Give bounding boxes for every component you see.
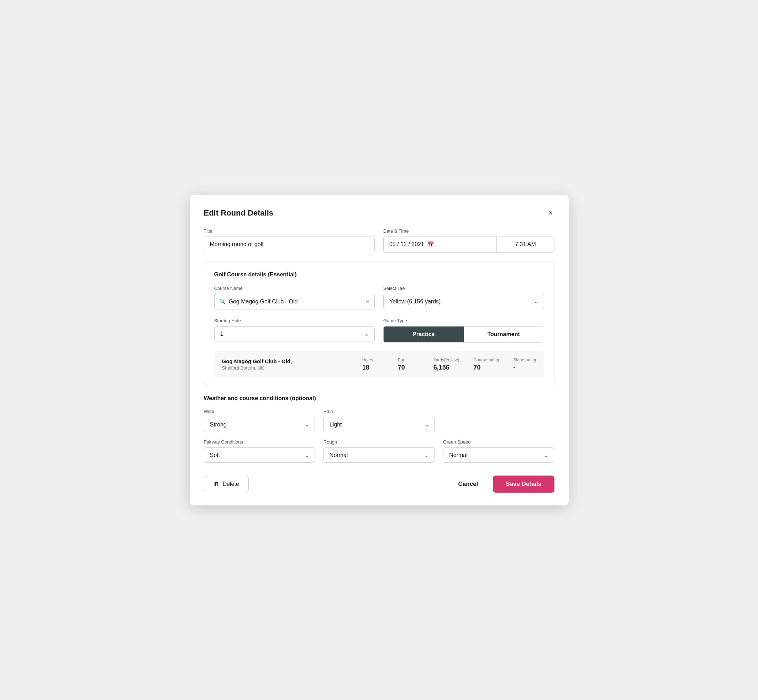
par-label: Par — [398, 358, 405, 362]
title-label: Title — [204, 228, 375, 234]
course-name-group: Course Name 🔍 ✕ — [214, 286, 375, 309]
starting-hole-label: Starting Hole — [214, 318, 375, 323]
delete-button[interactable]: 🗑 Delete — [204, 476, 249, 492]
modal-header: Edit Round Details × — [204, 208, 554, 219]
course-stat-slope-rating: Slope rating - — [513, 358, 536, 371]
course-name-label: Course Name — [214, 286, 375, 291]
holes-label: Holes — [362, 358, 373, 362]
slope-rating-label: Slope rating — [513, 358, 536, 362]
search-icon: 🔍 — [219, 298, 226, 305]
course-info-row: Gog Magog Golf Club - Old, Shelford Bott… — [214, 351, 544, 378]
select-tee-group: Select Tee Yellow (6,156 yards) ⌄ — [383, 286, 544, 309]
footer-right: Cancel Save Details — [452, 475, 554, 493]
time-value: 7:31 AM — [515, 241, 536, 248]
golf-course-section: Golf Course details (Essential) Course N… — [204, 261, 554, 385]
yards-label: Yards(Yellow) — [434, 358, 459, 362]
course-location: Shelford Bottom, UK — [222, 365, 348, 370]
edit-round-modal: Edit Round Details × Title Date & Time 0… — [190, 195, 568, 505]
title-input[interactable] — [204, 236, 375, 252]
wind-group: Wind Calm Light Moderate Strong Very Str… — [204, 409, 315, 432]
green-speed-dropdown[interactable]: Slow Normal Fast — [443, 447, 554, 463]
green-speed-label: Green Speed — [443, 439, 554, 445]
trash-icon: 🗑 — [213, 481, 219, 487]
game-type-toggle: Practice Tournament — [383, 326, 544, 342]
select-tee-dropdown[interactable]: Yellow (6,156 yards) — [383, 294, 544, 309]
close-button[interactable]: × — [547, 208, 554, 219]
yards-value: 6,156 — [434, 364, 449, 371]
modal-title: Edit Round Details — [204, 208, 274, 218]
course-name-search-wrap: 🔍 ✕ — [214, 294, 375, 309]
select-tee-wrap: Yellow (6,156 yards) ⌄ — [383, 294, 544, 309]
rain-select-wrap: None Light Moderate Heavy ⌄ — [324, 417, 434, 432]
rough-select-wrap: Short Normal Long ⌄ — [324, 447, 434, 463]
title-datetime-row: Title Date & Time 05 / 12 / 2021 📅 7:31 … — [204, 228, 554, 253]
course-info-name-block: Gog Magog Golf Club - Old, Shelford Bott… — [222, 358, 348, 370]
practice-button[interactable]: Practice — [384, 327, 464, 342]
datetime-label: Date & Time — [383, 228, 554, 234]
starting-hole-dropdown[interactable]: 1 — [214, 326, 375, 341]
game-type-label: Game Type — [383, 318, 544, 323]
par-value: 70 — [398, 364, 405, 371]
holes-value: 18 — [362, 364, 370, 371]
weather-section-title: Weather and course conditions (optional) — [204, 395, 554, 402]
starting-hole-group: Starting Hole 1 ⌄ — [214, 318, 375, 342]
course-rating-label: Course rating — [473, 358, 499, 362]
course-stat-course-rating: Course rating 70 — [473, 358, 499, 371]
fairway-dropdown[interactable]: Dry Normal Soft Wet — [204, 447, 315, 463]
date-time-input-group: 05 / 12 / 2021 📅 7:31 AM — [383, 236, 554, 253]
slope-rating-value: - — [513, 364, 515, 371]
green-speed-select-wrap: Slow Normal Fast ⌄ — [443, 447, 554, 463]
datetime-group: Date & Time 05 / 12 / 2021 📅 7:31 AM — [383, 228, 554, 253]
save-button[interactable]: Save Details — [493, 475, 554, 493]
time-part[interactable]: 7:31 AM — [497, 237, 554, 252]
course-rating-value: 70 — [473, 364, 481, 371]
clear-icon[interactable]: ✕ — [365, 298, 370, 305]
fairway-group: Fairway Conditions Dry Normal Soft Wet ⌄ — [204, 439, 315, 463]
footer-row: 🗑 Delete Cancel Save Details — [204, 470, 554, 493]
tournament-button[interactable]: Tournament — [464, 327, 544, 342]
course-stat-yards: Yards(Yellow) 6,156 — [434, 358, 459, 371]
starting-hole-gametype-row: Starting Hole 1 ⌄ Game Type Practice Tou… — [214, 318, 544, 342]
date-part[interactable]: 05 / 12 / 2021 📅 — [384, 237, 496, 252]
starting-hole-wrap: 1 ⌄ — [214, 326, 375, 341]
fairway-rough-green-row: Fairway Conditions Dry Normal Soft Wet ⌄… — [204, 439, 554, 463]
wind-dropdown[interactable]: Calm Light Moderate Strong Very Strong — [204, 417, 315, 432]
wind-label: Wind — [204, 409, 315, 414]
rough-group: Rough Short Normal Long ⌄ — [324, 439, 434, 463]
course-name-input[interactable] — [214, 294, 375, 309]
green-speed-group: Green Speed Slow Normal Fast ⌄ — [443, 439, 554, 463]
course-stat-holes: Holes 18 — [362, 358, 384, 371]
weather-section: Weather and course conditions (optional)… — [204, 395, 554, 463]
wind-select-wrap: Calm Light Moderate Strong Very Strong ⌄ — [204, 417, 315, 432]
course-name-display: Gog Magog Golf Club - Old, — [222, 358, 348, 364]
fairway-label: Fairway Conditions — [204, 439, 315, 445]
delete-label: Delete — [223, 481, 239, 487]
date-value: 05 / 12 / 2021 — [389, 241, 424, 248]
fairway-select-wrap: Dry Normal Soft Wet ⌄ — [204, 447, 315, 463]
title-group: Title — [204, 228, 375, 253]
wind-rain-row: Wind Calm Light Moderate Strong Very Str… — [204, 409, 554, 432]
rain-dropdown[interactable]: None Light Moderate Heavy — [324, 417, 434, 432]
calendar-icon: 📅 — [427, 241, 434, 248]
golf-section-title: Golf Course details (Essential) — [214, 271, 544, 278]
cancel-button[interactable]: Cancel — [452, 476, 485, 492]
game-type-group: Game Type Practice Tournament — [383, 318, 544, 342]
course-name-tee-row: Course Name 🔍 ✕ Select Tee Yellow (6,156… — [214, 286, 544, 309]
rain-group: Rain None Light Moderate Heavy ⌄ — [324, 409, 434, 432]
rough-label: Rough — [324, 439, 434, 445]
rough-dropdown[interactable]: Short Normal Long — [324, 447, 434, 463]
rain-label: Rain — [324, 409, 434, 414]
course-stat-par: Par 70 — [398, 358, 419, 371]
select-tee-label: Select Tee — [383, 286, 544, 291]
